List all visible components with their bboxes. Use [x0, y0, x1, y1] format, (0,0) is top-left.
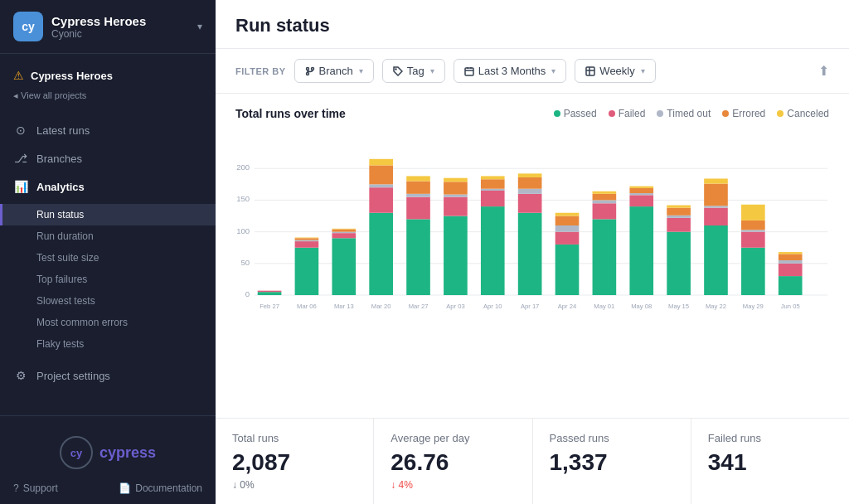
cypress-logo-circle: cy [60, 436, 93, 469]
svg-rect-16 [258, 292, 282, 295]
svg-text:May 01: May 01 [594, 303, 614, 310]
sidebar-project-section: ⚠ Cypress Heroes ◂ View all projects [0, 54, 216, 116]
failed-runs-value: 341 [708, 449, 832, 476]
sidebar-item-analytics[interactable]: 📊 Analytics [0, 172, 216, 201]
svg-rect-99 [779, 260, 803, 264]
failed-legend-dot [609, 110, 615, 117]
date-chevron-icon: ▾ [551, 66, 555, 75]
svg-rect-23 [295, 238, 319, 239]
svg-rect-64 [555, 216, 580, 225]
support-icon: ? [13, 482, 19, 494]
svg-rect-41 [406, 176, 430, 181]
svg-text:Apr 10: Apr 10 [483, 303, 502, 310]
sidebar-org-name: Cyonic [51, 28, 189, 40]
support-link[interactable]: ? Support [13, 482, 58, 494]
svg-rect-19 [295, 248, 319, 295]
legend-errored: Errored [722, 108, 765, 119]
avg-per-day-value: 26.76 [391, 449, 515, 476]
svg-text:50: 50 [241, 258, 250, 267]
calendar-icon [464, 66, 474, 76]
svg-rect-82 [667, 208, 691, 216]
svg-rect-5 [586, 67, 594, 75]
sidebar-header: cy Cypress Heroes Cyonic ▾ [0, 0, 216, 54]
svg-point-0 [306, 67, 308, 70]
svg-rect-65 [555, 213, 580, 216]
chart-legend: Passed Failed Timed out Errored Canceled [554, 108, 829, 119]
svg-rect-76 [629, 188, 653, 193]
svg-rect-44 [444, 197, 468, 216]
alert-project-name: Cypress Heroes [31, 70, 113, 82]
svg-point-1 [306, 72, 308, 75]
subnav-slowest-tests[interactable]: Slowest tests [0, 290, 216, 312]
chart-container: 0 50 100 150 200 Feb 27 [235, 130, 829, 321]
svg-rect-81 [667, 216, 691, 218]
errored-legend-dot [722, 110, 729, 117]
legend-canceled: Canceled [777, 108, 829, 119]
upload-icon[interactable]: ⬆ [818, 63, 829, 79]
cypress-logo-area: cy cypress [13, 426, 202, 482]
settings-icon: ⚙ [13, 369, 28, 382]
sidebar-alert[interactable]: ⚠ Cypress Heroes [0, 62, 216, 89]
svg-rect-21 [295, 240, 319, 242]
branch-filter[interactable]: Branch ▾ [294, 59, 374, 83]
svg-rect-75 [629, 193, 653, 195]
svg-rect-32 [369, 187, 393, 213]
passed-runs-label: Passed runs [550, 432, 674, 444]
page-title: Run status [235, 15, 829, 36]
latest-runs-label: Latest runs [36, 124, 90, 137]
svg-rect-88 [704, 184, 728, 206]
svg-rect-71 [593, 191, 617, 194]
subnav-top-failures[interactable]: Top failures [0, 269, 216, 290]
subnav-run-status[interactable]: Run status [0, 204, 216, 225]
svg-rect-37 [406, 219, 430, 295]
failed-runs-label: Failed runs [708, 432, 832, 444]
filter-bar: FILTER BY Branch ▾ Tag ▾ Last 3 Months ▾… [216, 49, 849, 94]
stat-total-runs: Total runs 2,087 ↓ 0% [216, 419, 374, 504]
svg-rect-28 [332, 230, 356, 232]
chart-title: Total runs over time [235, 107, 346, 120]
warning-icon: ⚠ [13, 69, 24, 82]
sidebar-item-branches[interactable]: ⎇ Branches [0, 144, 216, 172]
svg-rect-93 [741, 230, 765, 231]
svg-rect-25 [332, 238, 356, 295]
svg-text:May 08: May 08 [631, 303, 652, 310]
svg-rect-94 [741, 220, 765, 230]
project-settings-label: Project settings [36, 370, 110, 382]
sidebar-item-latest-runs[interactable]: ⊙ Latest runs [0, 116, 216, 144]
svg-rect-100 [779, 254, 803, 260]
svg-point-3 [395, 69, 396, 70]
period-filter[interactable]: Weekly ▾ [575, 59, 655, 83]
chart-header: Total runs over time Passed Failed Timed… [235, 107, 829, 120]
subnav-run-duration[interactable]: Run duration [0, 225, 216, 247]
latest-runs-icon: ⊙ [13, 124, 28, 137]
svg-rect-91 [741, 248, 765, 295]
analytics-icon: 📊 [13, 180, 28, 193]
svg-text:May 15: May 15 [668, 303, 689, 310]
legend-timed-out: Timed out [657, 108, 711, 119]
sidebar-item-project-settings[interactable]: ⚙ Project settings [0, 361, 216, 390]
cypress-brand-name: cypress [99, 444, 156, 462]
subnav-flaky-tests[interactable]: Flaky tests [0, 333, 216, 355]
svg-text:Apr 24: Apr 24 [558, 303, 577, 310]
subnav-test-suite-size[interactable]: Test suite size [0, 247, 216, 269]
date-filter[interactable]: Last 3 Months ▾ [454, 59, 567, 83]
tag-filter[interactable]: Tag ▾ [382, 59, 445, 83]
svg-rect-101 [779, 252, 803, 254]
svg-rect-51 [481, 189, 505, 191]
svg-rect-86 [704, 208, 728, 225]
svg-rect-95 [741, 205, 765, 220]
svg-rect-38 [406, 197, 430, 220]
svg-rect-59 [518, 173, 542, 177]
svg-rect-67 [593, 219, 617, 295]
analytics-label: Analytics [36, 181, 85, 193]
documentation-link[interactable]: 📄 Documentation [119, 482, 202, 494]
branches-label: Branches [36, 153, 82, 165]
svg-rect-89 [704, 178, 728, 183]
sidebar-logo: cy [13, 12, 43, 41]
svg-rect-57 [518, 189, 542, 194]
legend-passed: Passed [554, 108, 597, 119]
svg-text:200: 200 [236, 162, 250, 172]
subnav-most-common-errors[interactable]: Most common errors [0, 312, 216, 333]
view-all-projects-link[interactable]: ◂ View all projects [0, 89, 216, 108]
svg-rect-70 [593, 194, 617, 201]
